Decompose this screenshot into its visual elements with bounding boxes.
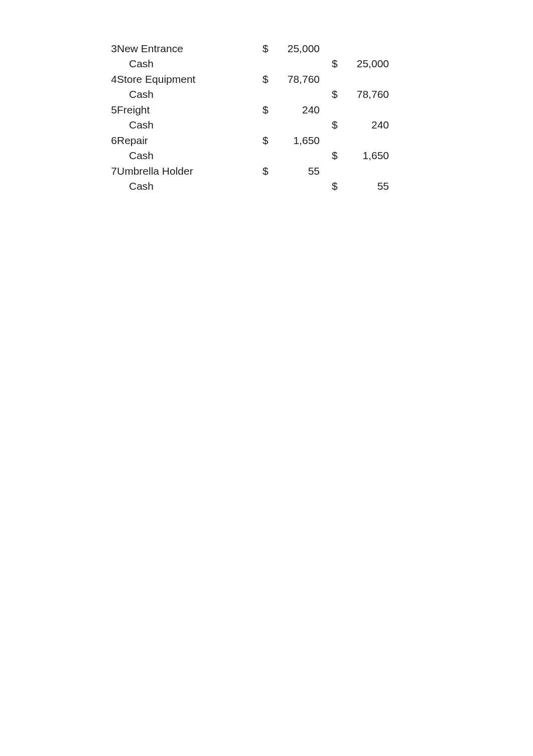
debit-amount: 1,650: [275, 133, 320, 148]
table-row: Cash $ 25,000: [108, 56, 389, 71]
journal-entries-table: 3 New Entrance $ 25,000 Cash $ 25,000 4 …: [108, 41, 389, 194]
entry-number: 6: [108, 133, 117, 148]
debit-account: Freight: [117, 102, 262, 117]
credit-account: Cash: [117, 87, 262, 102]
credit-account: Cash: [117, 56, 262, 71]
entry-number: 5: [108, 102, 117, 117]
currency-symbol: $: [262, 41, 275, 56]
credit-account: Cash: [117, 179, 262, 194]
table-row: 3 New Entrance $ 25,000: [108, 41, 389, 56]
debit-amount: 240: [275, 102, 320, 117]
credit-amount: 25,000: [344, 56, 389, 71]
table-row: 7 Umbrella Holder $ 55: [108, 164, 389, 179]
currency-symbol: $: [262, 133, 275, 148]
table-row: Cash $ 1,650: [108, 148, 389, 163]
currency-symbol: $: [332, 179, 344, 194]
currency-symbol: $: [332, 87, 344, 102]
debit-account: Store Equipment: [117, 72, 262, 87]
entry-number: 7: [108, 164, 117, 179]
table-row: Cash $ 240: [108, 117, 389, 133]
currency-symbol: $: [332, 56, 344, 71]
currency-symbol: $: [332, 148, 344, 163]
debit-amount: 78,760: [275, 72, 320, 87]
debit-account: New Entrance: [117, 41, 262, 56]
credit-account: Cash: [117, 148, 262, 163]
currency-symbol: $: [262, 164, 275, 179]
credit-amount: 55: [344, 179, 389, 194]
debit-account: Repair: [117, 133, 262, 148]
table-row: 5 Freight $ 240: [108, 102, 389, 117]
debit-amount: 55: [275, 164, 320, 179]
credit-amount: 78,760: [344, 87, 389, 102]
table-row: 6 Repair $ 1,650: [108, 133, 389, 148]
table-row: Cash $ 78,760: [108, 87, 389, 102]
debit-account: Umbrella Holder: [117, 164, 262, 179]
entry-number: 4: [108, 72, 117, 87]
currency-symbol: $: [262, 72, 275, 87]
debit-amount: 25,000: [275, 41, 320, 56]
credit-account: Cash: [117, 117, 262, 133]
entry-number: 3: [108, 41, 117, 56]
credit-amount: 240: [344, 117, 389, 133]
currency-symbol: $: [332, 117, 344, 133]
table-row: 4 Store Equipment $ 78,760: [108, 72, 389, 87]
currency-symbol: $: [262, 102, 275, 117]
credit-amount: 1,650: [344, 148, 389, 163]
table-row: Cash $ 55: [108, 179, 389, 194]
